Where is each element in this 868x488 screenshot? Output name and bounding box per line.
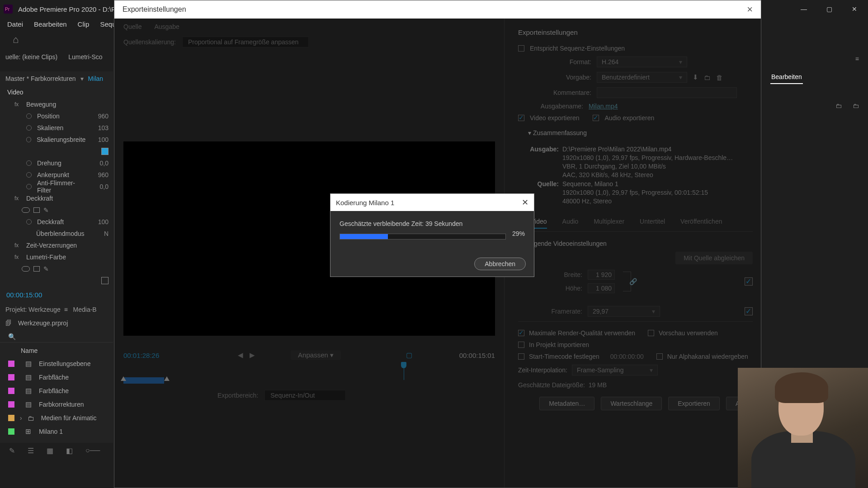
master-clip-link[interactable]: Milan bbox=[88, 75, 103, 82]
tab-captions[interactable]: Untertitel bbox=[640, 218, 665, 229]
import-preset-icon[interactable]: 🗀 bbox=[704, 74, 711, 81]
format-dropdown[interactable]: H.264▾ bbox=[597, 56, 687, 67]
list-view-icon[interactable]: ☰ bbox=[28, 446, 34, 455]
label-color-chip[interactable] bbox=[8, 415, 14, 421]
delete-preset-icon[interactable]: 🗑 bbox=[716, 74, 723, 81]
sequence-icon: ⊞ bbox=[25, 427, 33, 436]
tab-audio[interactable]: Audio bbox=[562, 218, 579, 229]
export-button[interactable]: Exportieren bbox=[668, 397, 720, 410]
alpha-only-checkbox[interactable] bbox=[656, 353, 663, 360]
master-clip-label[interactable]: Master * Farbkorrekturen bbox=[5, 75, 76, 82]
timecode-display[interactable]: 00:00:15:00 bbox=[0, 286, 113, 300]
name-column-header[interactable]: Name bbox=[0, 342, 113, 357]
comments-input[interactable] bbox=[597, 87, 737, 98]
max-quality-checkbox[interactable] bbox=[518, 330, 524, 336]
width-input[interactable]: 1 920 bbox=[588, 270, 615, 280]
freeform-view-icon[interactable]: ◧ bbox=[66, 446, 73, 455]
play-icon[interactable]: ▶ bbox=[250, 351, 255, 359]
lumetri-tab-label[interactable]: Lumetri-Sco bbox=[68, 53, 102, 61]
label-color-chip[interactable] bbox=[8, 361, 14, 367]
menu-file[interactable]: Datei bbox=[2, 19, 28, 29]
mask-rect-icon[interactable] bbox=[33, 266, 40, 272]
output-preview-tab[interactable]: Ausgabe bbox=[154, 23, 179, 30]
keyframe-stopwatch-icon[interactable] bbox=[26, 172, 32, 178]
range-bar[interactable] bbox=[123, 377, 164, 384]
window-maximize-icon[interactable]: ▢ bbox=[825, 5, 834, 14]
keyframe-stopwatch-icon[interactable] bbox=[26, 219, 32, 225]
video-export-checkbox[interactable] bbox=[518, 115, 524, 121]
tab-multiplexer[interactable]: Multiplexer bbox=[594, 218, 624, 229]
time-interpolation-dropdown[interactable]: Frame-Sampling▾ bbox=[572, 365, 658, 375]
icon-view-icon[interactable]: ▦ bbox=[47, 446, 53, 455]
menu-clip[interactable]: Clip bbox=[72, 19, 95, 29]
prop-row: Anti-Flimmer-Filter0,0 bbox=[0, 181, 113, 192]
export-range-timeline[interactable] bbox=[114, 364, 504, 386]
keyframe-stopwatch-icon[interactable] bbox=[26, 184, 32, 189]
project-tab[interactable]: Projekt: Werkzeuge bbox=[5, 306, 61, 313]
menu-edit[interactable]: Bearbeiten bbox=[28, 19, 72, 29]
window-close-icon[interactable]: ✕ bbox=[850, 5, 859, 14]
video-section-header[interactable]: Video bbox=[0, 86, 113, 99]
window-minimize-icon[interactable]: — bbox=[799, 5, 808, 14]
tab-publish[interactable]: Veröffentlichen bbox=[680, 218, 722, 229]
use-previews-checkbox[interactable] bbox=[648, 330, 654, 336]
in-point-handle[interactable] bbox=[121, 376, 126, 385]
output-name-link[interactable]: Milan.mp4 bbox=[589, 103, 618, 110]
dimension-match-checkbox[interactable] bbox=[745, 277, 753, 286]
tool-icon[interactable]: ✎ bbox=[9, 446, 15, 455]
edit-workspace-tab[interactable]: Bearbeiten bbox=[770, 73, 803, 84]
queue-button[interactable]: Warteschlange bbox=[601, 397, 662, 410]
mask-rect-icon[interactable] bbox=[33, 207, 40, 213]
metadata-button[interactable]: Metadaten… bbox=[539, 397, 594, 410]
save-preset-icon[interactable]: ⬇ bbox=[693, 73, 698, 81]
match-sequence-checkbox[interactable] bbox=[518, 45, 524, 52]
import-project-checkbox[interactable] bbox=[518, 342, 524, 348]
preview-zoom-dropdown[interactable]: Anpassen ▾ bbox=[291, 350, 341, 360]
source-tab-label[interactable]: uelle: (keine Clips) bbox=[5, 53, 57, 61]
audio-export-checkbox[interactable] bbox=[593, 115, 599, 121]
label-color-chip[interactable] bbox=[8, 388, 14, 394]
preview-in-timecode[interactable]: 00:01:28:26 bbox=[123, 352, 159, 359]
progress-dialog-titlebar[interactable]: Kodierung Milano 1 ✕ bbox=[330, 194, 534, 211]
zoom-slider-icon[interactable]: ○── bbox=[85, 446, 100, 455]
mask-ellipse-icon[interactable] bbox=[22, 266, 30, 272]
match-source-button[interactable]: Mit Quelle abgleichen bbox=[675, 252, 753, 264]
out-point-handle[interactable] bbox=[164, 376, 170, 385]
home-icon[interactable]: ⌂ bbox=[13, 34, 19, 46]
media-browser-tab[interactable]: Media-B bbox=[73, 306, 97, 313]
source-preview-tab[interactable]: Quelle bbox=[123, 23, 142, 30]
height-input[interactable]: 1 080 bbox=[588, 283, 615, 293]
uniform-scale-checkbox[interactable] bbox=[101, 148, 108, 155]
export-range-dropdown[interactable]: Sequenz-In/Out bbox=[264, 390, 346, 401]
keyframe-stopwatch-icon[interactable] bbox=[26, 113, 32, 119]
framerate-match-checkbox[interactable] bbox=[745, 307, 753, 315]
keyframe-stopwatch-icon[interactable] bbox=[26, 125, 32, 131]
close-icon[interactable]: ✕ bbox=[522, 197, 528, 207]
start-timecode-checkbox[interactable] bbox=[518, 353, 524, 360]
export-dialog-titlebar[interactable]: Exporteinstellungen × bbox=[114, 0, 761, 19]
playhead-icon[interactable] bbox=[404, 364, 404, 380]
close-icon[interactable]: × bbox=[747, 4, 753, 15]
mask-pen-icon[interactable]: ✎ bbox=[43, 265, 49, 272]
bin-icon[interactable]: 🗀 bbox=[853, 102, 859, 109]
mask-pen-icon[interactable]: ✎ bbox=[43, 206, 49, 214]
search-icon[interactable]: 🔍 bbox=[0, 331, 113, 342]
progress-bar-fill bbox=[340, 234, 388, 239]
label-color-chip[interactable] bbox=[8, 401, 14, 408]
step-back-icon[interactable]: ◀ bbox=[238, 351, 243, 359]
keyframe-stopwatch-icon[interactable] bbox=[26, 160, 32, 166]
effect-checkbox[interactable] bbox=[101, 277, 108, 284]
link-icon[interactable]: 🔗 bbox=[629, 278, 637, 285]
label-color-chip[interactable] bbox=[8, 374, 14, 380]
aspect-lock-icon[interactable]: ▢ bbox=[406, 351, 412, 359]
folder-icon[interactable]: 🗀 bbox=[835, 102, 842, 109]
cancel-encoding-button[interactable]: Abbrechen bbox=[474, 258, 526, 270]
summary-header: ▾ Zusammenfassung bbox=[528, 129, 753, 136]
preset-dropdown[interactable]: Benutzerdefiniert▾ bbox=[597, 72, 687, 83]
framerate-dropdown[interactable]: 29,97▾ bbox=[588, 306, 660, 317]
keyframe-stopwatch-icon[interactable] bbox=[26, 137, 32, 142]
source-scaling-dropdown[interactable]: Proportional auf Framegröße anpassen bbox=[182, 37, 309, 47]
preview-out-timecode[interactable]: 00:00:15:01 bbox=[459, 352, 495, 359]
mask-ellipse-icon[interactable] bbox=[22, 207, 30, 213]
label-color-chip[interactable] bbox=[8, 428, 14, 435]
